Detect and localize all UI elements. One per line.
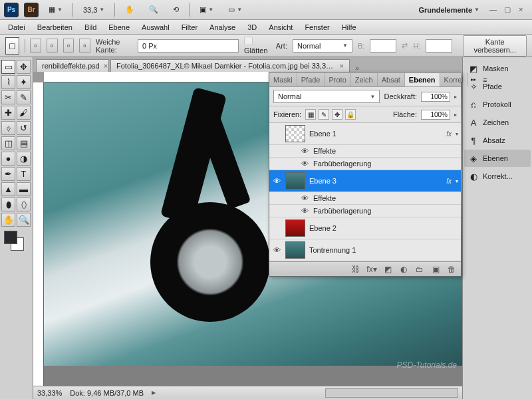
new-layer-icon[interactable]: ▣ [430, 264, 441, 275]
layer-name[interactable]: Tontrennung 1 [309, 246, 458, 254]
dodge-tool[interactable]: ◑ [17, 152, 31, 166]
heal-tool[interactable]: ✚ [1, 106, 15, 120]
history-brush-tool[interactable]: ↺ [17, 121, 31, 135]
crop-tool[interactable]: ✂ [1, 90, 15, 104]
panel-tab-paragraph[interactable]: Absat [378, 73, 405, 86]
menu-file[interactable]: Datei [3, 21, 31, 33]
menu-view[interactable]: Ansicht [263, 21, 298, 33]
layer-row[interactable]: Ebene 2 [269, 217, 461, 239]
zoom-tool[interactable]: 🔍 [17, 213, 31, 227]
layer-row[interactable]: Ebene 1 fx▾ [269, 123, 461, 145]
3d-tool[interactable]: ⬮ [1, 198, 15, 211]
hand-tool[interactable]: ✋ [1, 213, 15, 227]
visibility-toggle[interactable]: 👁 [272, 176, 281, 186]
effect-item[interactable]: 👁Farbüberlagerung [269, 158, 461, 170]
menu-select[interactable]: Auswahl [136, 21, 175, 33]
lock-all-icon[interactable]: 🔒 [345, 109, 356, 120]
panel-tab-history[interactable]: Proto [325, 73, 350, 86]
layer-thumbnail[interactable] [285, 172, 305, 190]
menu-edit[interactable]: Bearbeiten [32, 21, 78, 33]
lasso-tool[interactable]: ⌇ [1, 75, 15, 89]
selection-add-icon[interactable]: ▫ [47, 39, 58, 53]
screen-mode-menu[interactable]: ▭ ▼ [223, 3, 247, 17]
panel-tab-paths[interactable]: Pfade [297, 73, 325, 86]
layer-name[interactable]: Ebene 3 [309, 177, 442, 185]
blur-tool[interactable]: ● [1, 152, 15, 166]
eyedropper-tool[interactable]: ✎ [17, 90, 31, 104]
panel-tab-adjustments[interactable]: Korrel [440, 73, 468, 86]
style-dropdown[interactable]: Normal▼ [293, 39, 352, 53]
menu-layer[interactable]: Ebene [103, 21, 135, 33]
fill-input[interactable] [421, 110, 450, 120]
tab-close-icon[interactable]: × [104, 62, 108, 70]
pen-tool[interactable]: ✒ [1, 167, 15, 181]
refine-edge-button[interactable]: Kante verbessern... [463, 35, 527, 57]
effects-group[interactable]: 👁Effekte [269, 192, 461, 205]
workspace-switcher[interactable]: Grundelemente ▼ [414, 3, 484, 17]
layer-row[interactable]: 👁 Ebene 3 fx▾ [269, 170, 461, 192]
menu-image[interactable]: Bild [79, 21, 102, 33]
fill-flyout-icon[interactable]: ▸ [454, 112, 457, 118]
foreground-color-swatch[interactable] [4, 231, 17, 244]
adjustment-layer-icon[interactable]: ◐ [398, 264, 409, 275]
visibility-toggle[interactable]: 👁 [300, 159, 309, 168]
3d-camera-tool[interactable]: ⬯ [17, 198, 31, 211]
menu-window[interactable]: Fenster [299, 21, 334, 33]
fx-badge[interactable]: fx [446, 178, 452, 185]
document-tab[interactable]: Fotolia_3066487_XL© Mikael Damkier - Fot… [110, 59, 350, 72]
antialias-checkbox[interactable]: Glätten [244, 37, 271, 55]
arrange-menu[interactable]: ▣ ▼ [195, 3, 218, 17]
feather-input[interactable] [138, 39, 239, 53]
delete-layer-icon[interactable]: 🗑 [446, 264, 457, 275]
shape-tool[interactable]: ▬ [17, 182, 31, 196]
selection-new-icon[interactable]: ▫ [30, 39, 41, 53]
bridge-icon[interactable]: Br [24, 3, 39, 17]
effects-group[interactable]: 👁Effekte [269, 145, 461, 158]
selection-intersect-icon[interactable]: ▫ [79, 39, 90, 53]
panel-button-layers[interactable]: ◈Ebenen [464, 150, 531, 167]
scrollbar-horizontal[interactable] [325, 388, 458, 398]
tab-overflow-icon[interactable]: » [355, 64, 359, 72]
visibility-toggle[interactable] [272, 223, 281, 233]
status-menu-icon[interactable]: ▶ [152, 390, 156, 396]
stamp-tool[interactable]: ⎀ [1, 121, 15, 135]
opacity-input[interactable] [421, 92, 450, 102]
lock-pixels-icon[interactable]: ✎ [319, 109, 329, 120]
panel-menu-icon[interactable]: ≡ [479, 76, 491, 84]
link-layers-icon[interactable]: ⛓ [350, 264, 361, 275]
zoom-status[interactable]: 33,33% [37, 389, 62, 397]
ruler-vertical[interactable] [33, 82, 44, 386]
rotate-view-button[interactable]: ⟲ [168, 3, 184, 17]
doc-info[interactable]: Dok: 9,46 MB/37,0 MB [70, 389, 144, 397]
selection-subtract-icon[interactable]: ▫ [63, 39, 74, 53]
layer-thumbnail[interactable] [285, 125, 305, 142]
panel-tab-masks[interactable]: Maski [269, 73, 297, 86]
brush-tool[interactable]: 🖌 [17, 106, 31, 120]
layer-name[interactable]: Ebene 1 [309, 130, 442, 138]
photoshop-icon[interactable]: Ps [4, 3, 19, 17]
panel-button-masks[interactable]: ◩Masken [464, 60, 531, 77]
layer-fx-icon[interactable]: fx▾ [366, 264, 377, 275]
visibility-toggle[interactable]: 👁 [300, 194, 309, 203]
layer-mask-icon[interactable]: ◩ [382, 264, 393, 275]
panel-button-character[interactable]: AZeichen [464, 114, 531, 131]
close-icon[interactable]: × [519, 5, 528, 15]
menu-analysis[interactable]: Analyse [204, 21, 241, 33]
zoom-tool-button[interactable]: 🔍 [144, 3, 163, 17]
marquee-tool[interactable]: ▭ [1, 60, 15, 74]
zoom-level-dropdown[interactable]: 33,3 ▼ [78, 3, 109, 17]
menu-filter[interactable]: Filter [176, 21, 203, 33]
lock-position-icon[interactable]: ✥ [332, 109, 342, 120]
layers-panel[interactable]: Maski Pfade Proto Zeich Absat Ebenen Kor… [269, 72, 462, 277]
gradient-tool[interactable]: ▤ [17, 136, 31, 150]
blend-mode-dropdown[interactable]: Normal▼ [273, 90, 380, 103]
panel-tab-character[interactable]: Zeich [351, 73, 378, 86]
panel-button-adjustments[interactable]: ◐Korrekt... [464, 168, 531, 185]
current-tool-icon[interactable]: ◻ [5, 37, 19, 55]
panel-button-paragraph[interactable]: ¶Absatz [464, 132, 531, 149]
visibility-toggle[interactable] [272, 129, 281, 138]
quick-select-tool[interactable]: ✦ [17, 75, 31, 89]
panel-tab-layers[interactable]: Ebenen [405, 73, 440, 86]
panel-button-history[interactable]: ⎌Protokoll [464, 96, 531, 113]
maximize-icon[interactable]: ▢ [504, 5, 513, 15]
